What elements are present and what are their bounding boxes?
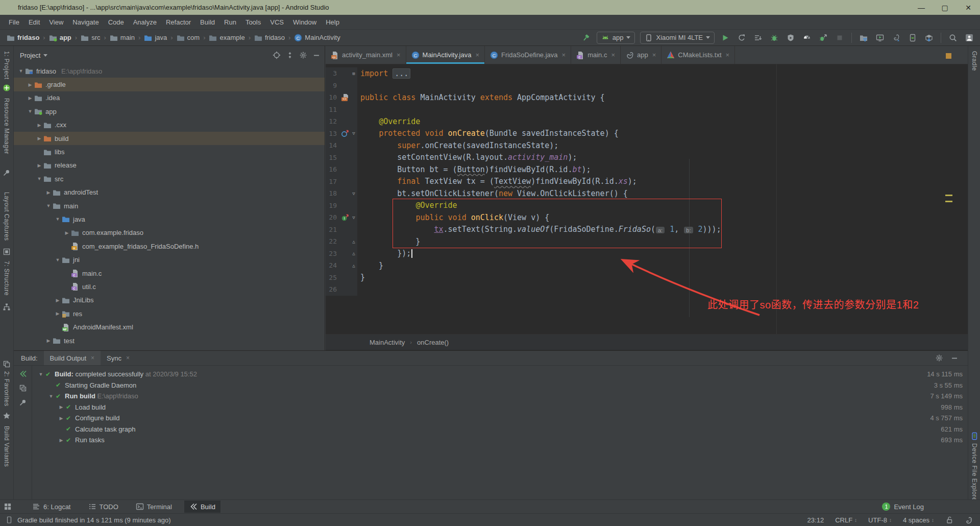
apply-code-changes-button[interactable]	[752, 32, 764, 43]
breadcrumb-item-example[interactable]: example	[207, 33, 246, 43]
editor-area[interactable]: <>activity_main.xml×CMainActivity.java×C…	[326, 46, 968, 350]
code-line-13[interactable]: 13▽ protected void onCreate(Bundle saved…	[326, 128, 968, 140]
tree-expander[interactable]: ▶	[26, 95, 34, 101]
tree-row-main[interactable]: ▼main	[14, 199, 325, 212]
tree-expander[interactable]: ▼	[26, 109, 34, 114]
tree-expander[interactable]: ▼	[54, 217, 62, 222]
rerun-button[interactable]	[19, 370, 27, 378]
tree-row-.gradle[interactable]: ▶.gradle	[14, 78, 325, 91]
menu-code[interactable]: Code	[104, 16, 129, 28]
code-line-23[interactable]: 23△ });	[326, 248, 968, 260]
window-maximize-button[interactable]: ▢	[933, 0, 957, 15]
tool-tab-favorites[interactable]: 2: Favorites	[3, 371, 10, 407]
attach-debugger-button[interactable]	[818, 32, 829, 43]
tree-row-fridaso[interactable]: ▼fridasoE:\app\fridaso	[14, 64, 325, 78]
collapse-all-button[interactable]	[286, 51, 294, 59]
tree-row-.cxx[interactable]: ▶.cxx	[14, 118, 325, 132]
profile-apk-button[interactable]	[858, 32, 869, 43]
tree-expander[interactable]: ▶	[35, 163, 43, 168]
pin-button[interactable]	[3, 169, 11, 177]
code-line-9[interactable]: 9	[326, 80, 968, 92]
run-configuration-selector[interactable]: app	[597, 32, 635, 44]
debug-button[interactable]	[769, 32, 780, 43]
editor-tab-MainActivity.java[interactable]: CMainActivity.java×	[406, 46, 485, 64]
error-stripe-mark[interactable]	[945, 201, 952, 202]
code-line-24[interactable]: 24△ }	[326, 259, 968, 272]
status-widget-utf-8[interactable]: UTF-8↕	[868, 516, 892, 524]
tree-expander[interactable]: ▶	[44, 338, 53, 343]
tree-expander[interactable]: ▶	[35, 136, 43, 141]
tool-tab-project[interactable]: 1: Project	[3, 51, 10, 80]
tree-row-src[interactable]: ▼src	[14, 172, 325, 185]
code-line-10[interactable]: 10<>public class MainActivity extends Ap…	[326, 91, 968, 104]
tree-row-release[interactable]: ▶release	[14, 159, 325, 172]
tree-expander[interactable]: ▶	[44, 190, 53, 195]
menu-edit[interactable]: Edit	[24, 16, 44, 28]
code-line-15[interactable]: 15 setContentView(R.layout.activity_main…	[326, 152, 968, 164]
code-line-3[interactable]: 3⊞import ...	[326, 67, 968, 80]
favorites-button[interactable]	[3, 360, 11, 368]
tree-row-jni[interactable]: ▼jni	[14, 253, 325, 266]
device-file-explorer-button[interactable]	[970, 432, 978, 440]
profiler-button[interactable]	[801, 32, 813, 43]
close-icon[interactable]: ×	[475, 51, 479, 59]
tool-tab-device-file-explorer[interactable]: Device File Explorer	[971, 443, 978, 503]
tool-window-button-logcat[interactable]: 6: Logcat	[27, 500, 76, 513]
build-row[interactable]: ▶✔Run tasks693 ms	[32, 435, 968, 446]
fold-marker[interactable]: △	[350, 259, 357, 272]
device-android-button[interactable]	[907, 32, 918, 43]
build-row[interactable]: ▶✔Load build998 ms	[32, 402, 968, 413]
tree-expander[interactable]: ▶	[26, 82, 34, 87]
hide-button[interactable]	[950, 354, 959, 362]
menu-help[interactable]: Help	[321, 16, 344, 28]
tree-expander[interactable]: ▶	[57, 404, 66, 410]
menu-file[interactable]: File	[4, 16, 24, 28]
breadcrumb-item-MainActivity[interactable]: CMainActivity	[292, 33, 341, 43]
menu-analyze[interactable]: Analyze	[129, 16, 161, 28]
stop-button[interactable]	[834, 32, 845, 43]
resource-manager-button[interactable]	[3, 84, 11, 92]
tree-row-java[interactable]: ▼java	[14, 212, 325, 226]
breadcrumb-class[interactable]: MainActivity	[370, 339, 405, 346]
build-tab-Build Output[interactable]: Build Output×	[44, 351, 101, 365]
breadcrumb-item-app[interactable]: app	[47, 33, 73, 43]
code-line-17[interactable]: 17 final TextView tx = (TextView)findVie…	[326, 176, 968, 188]
error-stripe-top-indicator[interactable]	[946, 53, 951, 59]
tool-window-switcher-icon[interactable]	[4, 503, 12, 511]
gradle-sync-button[interactable]	[891, 32, 902, 43]
tree-row-androidTest[interactable]: ▶androidTest	[14, 186, 325, 199]
fold-marker[interactable]: ▽	[350, 211, 357, 224]
gutter-layout-link[interactable]: <>	[340, 91, 350, 104]
code-line-18[interactable]: 18▽ bt.setOnClickListener(new View.OnCli…	[326, 187, 968, 200]
tree-row-.idea[interactable]: ▶.idea	[14, 91, 325, 105]
tool-window-button-todo[interactable]: TODO	[83, 500, 124, 513]
status-widget-crlf[interactable]: CRLF↕	[835, 516, 857, 524]
lock-open-button[interactable]	[945, 516, 953, 524]
chevron-down-icon[interactable]	[43, 54, 47, 57]
avd-manager-button[interactable]	[874, 32, 886, 43]
close-icon[interactable]: ×	[562, 51, 566, 59]
code-line-26[interactable]: 26	[326, 283, 968, 296]
menu-view[interactable]: View	[44, 16, 68, 28]
run-button[interactable]	[720, 32, 731, 43]
tree-row-com.example.fridaso[interactable]: ▶com.example.fridaso	[14, 226, 325, 240]
tool-tab-build-variants[interactable]: Build Variants	[3, 426, 10, 467]
breadcrumb-method[interactable]: onCreate()	[417, 339, 449, 346]
tree-expander[interactable]: ▶	[57, 416, 66, 421]
menu-tools[interactable]: Tools	[241, 16, 265, 28]
star-button[interactable]	[3, 412, 11, 420]
menu-window[interactable]: Window	[288, 16, 321, 28]
event-log-button[interactable]: 1 Event Log	[882, 503, 980, 511]
editor-tab-FridaSoDefine.java[interactable]: CFridaSoDefine.java×	[485, 46, 571, 64]
menu-vcs[interactable]: VCS	[265, 16, 288, 28]
settings-button[interactable]	[935, 354, 943, 362]
tree-row-AndroidManifest.xml[interactable]: MFAndroidManifest.xml	[14, 320, 325, 333]
tool-tab-resource-manager[interactable]: Resource Manager	[3, 98, 10, 154]
tree-expander[interactable]: ▼	[36, 372, 45, 377]
tree-expander[interactable]: ▼	[54, 257, 62, 262]
locate-button[interactable]	[273, 51, 281, 59]
fold-marker[interactable]: ▽	[350, 128, 357, 140]
device-selector[interactable]: Xiaomi MI 4LTE	[640, 32, 715, 44]
tool-window-button-build[interactable]: Build	[184, 500, 220, 513]
tree-row-com_example_fridaso_FridaSoDefine.h[interactable]: Hcom_example_fridaso_FridaSoDefine.h	[14, 240, 325, 253]
